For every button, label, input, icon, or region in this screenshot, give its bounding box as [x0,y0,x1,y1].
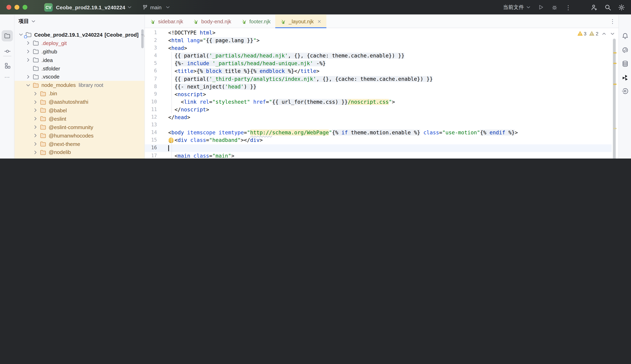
project-folder-button[interactable] [2,30,13,41]
tree-item-@aashutoshrathi[interactable]: @aashutoshrathi [15,98,145,106]
tree-item-.idea[interactable]: .idea [15,56,145,64]
line-number[interactable]: 9 [145,90,163,98]
tree-item-.deploy_git[interactable]: .deploy_git [15,39,145,47]
scrollbar-warning-mark[interactable] [613,52,616,53]
debug-button[interactable] [550,3,559,11]
project-name[interactable]: Ceobe_prod2.19.1_v240224 [56,4,125,10]
close-window-button[interactable] [7,5,12,10]
tab-_layout.njk[interactable]: _layout.njk [275,14,326,28]
commit-button[interactable] [2,45,13,56]
line-number[interactable]: 14 [145,129,163,136]
tab-list-button[interactable]: ⋮ [609,18,615,24]
chevron-down-icon[interactable] [18,32,24,38]
inspections-widget[interactable]: 3 2 [577,30,615,37]
chevron-right-icon[interactable] [32,150,38,155]
chevron-right-icon[interactable] [32,124,38,130]
line-number[interactable]: 2 [145,36,163,44]
tree-item-node_modules[interactable]: node_moduleslibrary root [15,81,145,89]
code-line-12[interactable]: </head> [168,114,518,121]
chevron-right-icon[interactable] [32,141,38,147]
tree-item-@humanwhocodes[interactable]: @humanwhocodes [15,132,145,140]
code-editor[interactable]: 1234567891011121314151617181920212223242… [145,28,618,158]
chevron-right-icon[interactable] [32,116,38,122]
code-line-16[interactable] [168,144,518,152]
tree-item-@eslint[interactable]: @eslint [15,114,145,123]
tree-item-.github[interactable]: .github [15,47,145,56]
tree-item-@tootallnate[interactable]: @tootallnate [15,156,145,158]
tree-item-.bin[interactable]: .bin [15,89,145,98]
code-line-1[interactable]: <!DOCTYPE html> [168,29,518,36]
code-line-11[interactable]: </noscript> [168,106,518,114]
code-line-15[interactable]: <div class="headband"></div> [168,136,518,144]
chevron-right-icon[interactable] [25,74,31,80]
code-line-17[interactable]: <main class="main"> [168,152,518,158]
more-tool-windows-button[interactable]: … [0,72,15,79]
tree-item-@babel[interactable]: @babel [15,106,145,114]
database-icon[interactable] [622,60,628,67]
line-number[interactable]: 6 [145,67,163,75]
structure-button[interactable] [2,60,13,71]
search-everywhere-button[interactable] [604,3,612,11]
code-line-14[interactable]: <body itemscope itemtype="http://schema.… [168,129,518,136]
chevron-right-icon[interactable] [32,108,38,113]
minimize-window-button[interactable] [15,5,20,10]
tab-footer.njk[interactable]: footer.njk [236,14,275,28]
run-button[interactable] [537,3,545,11]
line-number[interactable]: 12 [145,114,163,121]
chevron-right-icon[interactable] [32,90,38,96]
notifications-icon[interactable] [622,32,628,40]
tab-body-end.njk[interactable]: body-end.njk [188,14,236,28]
code-line-10[interactable]: <link rel="stylesheet" href="{{ url_for(… [168,98,518,106]
chevron-right-icon[interactable] [25,40,31,46]
scrollbar-warning-mark[interactable] [613,84,616,85]
code-line-5[interactable]: {%- include '_partials/head/head-unique.… [168,60,518,68]
code-with-me-button[interactable] [590,3,598,11]
tree-item-@next-theme[interactable]: @next-theme [15,140,145,148]
settings-button[interactable] [617,3,625,11]
code-line-8[interactable]: {{- next_inject('head') }} [168,83,518,90]
line-number[interactable]: 7 [145,75,163,83]
project-panel-header[interactable]: 项目 [15,14,36,28]
code-content[interactable]: <!DOCTYPE html><html lang="{{ page.lang … [168,29,518,158]
code-line-2[interactable]: <html lang="{{ page.lang }}"> [168,36,518,44]
chevron-right-icon[interactable] [32,132,38,138]
code-line-9[interactable]: <noscript> [168,90,518,98]
branch-widget[interactable]: main [142,4,171,10]
editor-scrollbar[interactable] [613,38,616,158]
prev-problem-button[interactable] [601,31,607,36]
more-actions-button[interactable]: ⋮ [564,3,572,11]
code-line-13[interactable] [168,121,518,129]
code-line-4[interactable]: {{ partial('_partials/head/head.njk', {}… [168,52,518,60]
zoom-window-button[interactable] [23,5,28,10]
scrollbar-warning-mark[interactable] [613,63,616,64]
chevron-right-icon[interactable] [25,48,31,54]
line-number[interactable]: 4 [145,52,163,60]
tree-item-.vscode[interactable]: .vscode [15,72,145,81]
code-line-3[interactable]: <head> [168,44,518,52]
chevron-right-icon[interactable] [32,158,38,158]
line-number[interactable]: 10 [145,98,163,106]
line-number[interactable]: 13 [145,121,163,129]
tab-sidebar.njk[interactable]: sidebar.njk [145,14,188,28]
tree-item-Ceobe_prod2.19.1_v240224[interactable]: Ceobe_prod2.19.1_v240224[Ceobe_prod]~/Si… [15,30,145,39]
close-icon[interactable] [317,19,321,24]
chevron-right-icon[interactable] [25,57,31,63]
line-number[interactable]: 8 [145,83,163,90]
line-number[interactable]: 16 [145,144,163,152]
ai-assistant-icon[interactable] [622,46,628,54]
line-number[interactable]: 11 [145,106,163,114]
line-number[interactable]: 5 [145,60,163,68]
line-number[interactable]: 3 [145,44,163,52]
intention-bulb-icon[interactable] [169,138,174,142]
chevron-right-icon[interactable] [32,99,38,105]
scrollbar-warning-mark[interactable] [613,128,616,129]
code-line-7[interactable]: {{ partial('_third-party/analytics/index… [168,75,518,83]
editor-gutter[interactable]: 1234567891011121314151617181920212223242… [145,29,163,158]
chevron-down-icon[interactable] [25,82,31,88]
tree-item-.stfolder[interactable]: .stfolder [15,64,145,72]
plugin-pinwheel-icon[interactable] [622,74,628,81]
line-number[interactable]: 1 [145,29,163,36]
tree-item-@eslint-community[interactable]: @eslint-community [15,123,145,132]
run-configuration-selector[interactable]: 当前文件 [503,4,531,11]
line-number[interactable]: 17 [145,152,163,158]
